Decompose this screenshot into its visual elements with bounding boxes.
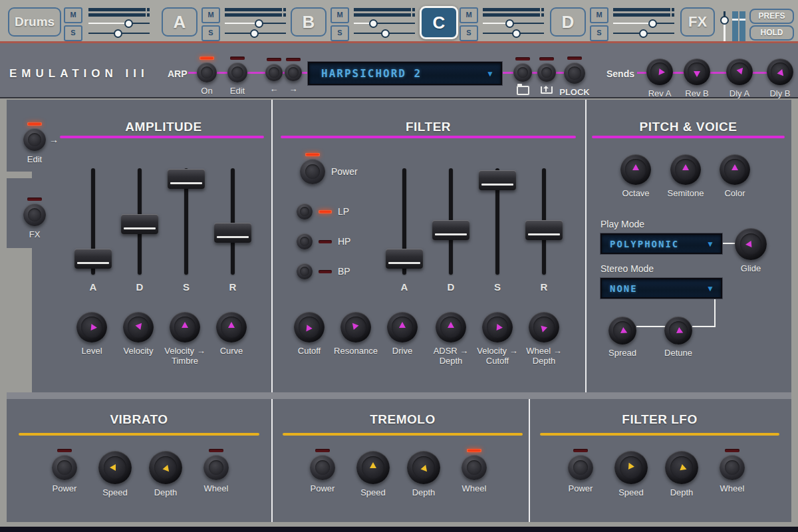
stereo-mode-selector[interactable]: NONE ▼ [600, 278, 722, 299]
pan-slider[interactable] [225, 29, 286, 39]
slider-handle[interactable] [250, 29, 259, 38]
send-dly-a-knob[interactable] [726, 59, 753, 85]
volume-slider[interactable] [88, 19, 150, 29]
filter-decay-slider[interactable]: D [432, 168, 469, 275]
tab-a[interactable]: A [162, 7, 198, 37]
solo-button[interactable]: S [590, 25, 608, 41]
slider-handle[interactable] [214, 223, 251, 243]
filter-lfo-depth-knob[interactable] [665, 451, 698, 484]
solo-button[interactable]: S [64, 25, 82, 41]
octave-knob[interactable] [620, 154, 651, 185]
resonance-knob[interactable] [340, 312, 371, 342]
master-volume-slider[interactable] [720, 11, 729, 43]
bp-button[interactable] [297, 263, 313, 279]
filter-lfo-power-button[interactable] [568, 455, 593, 480]
spread-knob[interactable] [608, 317, 636, 344]
filter-lfo-wheel-button[interactable] [720, 455, 745, 480]
solo-button[interactable]: S [460, 25, 478, 41]
wheel-depth-knob[interactable] [529, 312, 559, 342]
hold-button[interactable]: HOLD [749, 25, 794, 41]
drive-knob[interactable] [387, 312, 418, 342]
volume-slider[interactable] [613, 19, 674, 29]
mute-button[interactable]: M [201, 7, 220, 23]
slider-handle[interactable] [255, 19, 263, 28]
amp-sustain-slider[interactable]: S [168, 168, 205, 275]
tremolo-power-button[interactable] [310, 455, 335, 480]
tab-d[interactable]: D [550, 7, 586, 37]
mute-button[interactable]: M [590, 7, 608, 23]
adsr-depth-knob[interactable] [436, 312, 466, 342]
vibrato-speed-knob[interactable] [98, 451, 132, 484]
color-knob[interactable] [720, 154, 750, 185]
vibrato-power-button[interactable] [52, 455, 77, 480]
filter-power-button[interactable] [300, 159, 325, 184]
filter-release-slider[interactable]: R [525, 168, 563, 275]
tremolo-speed-knob[interactable] [356, 451, 390, 484]
tab-b[interactable]: B [291, 7, 327, 37]
pan-slider[interactable] [354, 29, 415, 39]
preset-next-button[interactable] [285, 64, 302, 81]
tremolo-depth-knob[interactable] [407, 451, 440, 484]
slider-handle[interactable] [386, 249, 423, 269]
pan-slider[interactable] [88, 29, 150, 39]
filter-attack-slider[interactable]: A [386, 168, 423, 275]
slider-handle[interactable] [639, 29, 648, 38]
velocity-knob[interactable] [123, 312, 154, 342]
amp-edit-button[interactable] [23, 128, 46, 151]
preset-selector[interactable]: HARPSICHORD 2 ▼ [308, 62, 502, 85]
save-button[interactable] [537, 63, 556, 82]
cutoff-knob[interactable] [294, 312, 325, 342]
velocity-cutoff-knob[interactable] [482, 312, 513, 342]
solo-button[interactable]: S [331, 25, 349, 41]
hp-button[interactable] [297, 233, 313, 249]
curve-knob[interactable] [216, 312, 247, 342]
slider-handle[interactable] [525, 220, 563, 240]
slider-handle[interactable] [512, 29, 521, 38]
detune-knob[interactable] [664, 317, 692, 344]
amp-decay-slider[interactable]: D [121, 168, 158, 275]
level-knob[interactable] [76, 312, 107, 342]
glide-knob[interactable] [735, 228, 767, 260]
tab-fx[interactable]: FX [680, 7, 715, 37]
solo-button[interactable]: S [201, 25, 220, 41]
slider-handle[interactable] [720, 16, 729, 25]
tab-drums[interactable]: Drums [8, 7, 61, 37]
slider-handle[interactable] [124, 19, 133, 28]
slider-handle[interactable] [74, 249, 112, 269]
send-rev-a-knob[interactable] [646, 59, 673, 85]
send-rev-b-knob[interactable] [684, 59, 710, 85]
slider-handle[interactable] [648, 19, 657, 28]
volume-slider[interactable] [483, 19, 544, 29]
slider-handle[interactable] [168, 169, 205, 189]
arp-edit-button[interactable] [227, 63, 247, 82]
vibrato-wheel-button[interactable] [203, 455, 229, 480]
volume-slider[interactable] [354, 19, 415, 29]
filter-lfo-speed-knob[interactable] [614, 451, 648, 484]
volume-slider[interactable] [225, 19, 286, 29]
slider-handle[interactable] [114, 29, 122, 38]
arp-on-button[interactable] [197, 63, 217, 82]
tremolo-wheel-button[interactable] [462, 455, 487, 480]
mute-button[interactable]: M [64, 7, 82, 23]
filter-sustain-slider[interactable]: S [479, 168, 516, 275]
amp-attack-slider[interactable]: A [74, 168, 112, 275]
plock-button[interactable] [564, 63, 585, 84]
semitone-knob[interactable] [670, 154, 701, 185]
send-dly-b-knob[interactable] [767, 59, 793, 85]
mute-button[interactable]: M [331, 7, 349, 23]
velocity-timbre-knob[interactable] [170, 312, 200, 342]
prefs-button[interactable]: PREFS [749, 9, 794, 24]
slider-handle[interactable] [505, 19, 514, 28]
vibrato-depth-knob[interactable] [149, 451, 182, 484]
pan-slider[interactable] [483, 29, 544, 39]
tab-c[interactable]: C [420, 6, 458, 39]
amp-fx-button[interactable] [23, 203, 46, 226]
pan-slider[interactable] [613, 29, 674, 39]
slider-handle[interactable] [369, 19, 378, 28]
slider-handle[interactable] [432, 220, 469, 240]
amp-release-slider[interactable]: R [214, 168, 251, 275]
play-mode-selector[interactable]: POLYPHONIC ▼ [600, 233, 722, 254]
mute-button[interactable]: M [460, 7, 478, 23]
slider-handle[interactable] [121, 214, 158, 234]
slider-handle[interactable] [381, 29, 390, 38]
